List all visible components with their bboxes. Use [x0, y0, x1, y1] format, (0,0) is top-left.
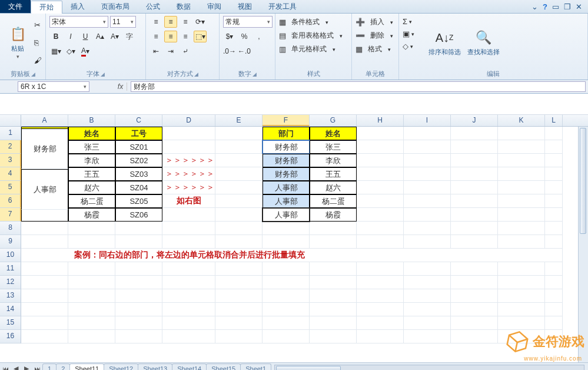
cell-B9[interactable] [68, 235, 115, 249]
cell-L14[interactable] [545, 303, 563, 316]
window-restore-icon[interactable]: ❐ [564, 2, 571, 11]
tab-data[interactable]: 数据 [168, 0, 199, 13]
cell-C6[interactable]: SZ05 [115, 194, 162, 208]
cell-J13[interactable] [451, 289, 498, 303]
cell-B2[interactable]: 张三 [68, 140, 115, 154]
cell-K6[interactable] [498, 194, 545, 208]
cell-E8[interactable] [215, 222, 263, 235]
cell-I15[interactable] [404, 316, 451, 330]
cell-D2[interactable] [162, 140, 215, 154]
increase-decimal-button[interactable]: .0→ [223, 45, 236, 57]
cell-J12[interactable] [451, 276, 498, 289]
cell-J15[interactable] [451, 316, 498, 330]
cell-H5[interactable] [357, 181, 404, 194]
cell-B4[interactable]: 王五 [68, 167, 115, 181]
cell-I12[interactable] [404, 276, 451, 289]
borders-button[interactable]: ▦▾ [49, 45, 62, 57]
cell-K12[interactable] [498, 276, 545, 289]
cell-F15[interactable] [263, 316, 310, 330]
cell-F2[interactable]: 财务部 [263, 140, 310, 154]
cell-C15[interactable] [115, 316, 162, 330]
cell-A2-merged[interactable]: 财务部 [21, 128, 68, 169]
row-header-4[interactable]: 4 [0, 167, 21, 181]
cell-L4[interactable] [545, 167, 563, 181]
cell-E14[interactable] [215, 303, 263, 316]
cell-A5-merged[interactable]: 人事部 [21, 169, 68, 210]
cell-D15[interactable] [162, 316, 215, 330]
cell-styles-button[interactable]: ▥ 单元格样式 ▾ [279, 44, 348, 54]
tab-file[interactable]: 文件 [0, 0, 31, 13]
col-header-J[interactable]: J [451, 115, 498, 126]
tab-review[interactable]: 审阅 [199, 0, 230, 13]
cell-H11[interactable] [357, 262, 404, 276]
cell-C8[interactable] [115, 222, 162, 235]
cell-G15[interactable] [310, 316, 357, 330]
cell-I9[interactable] [404, 235, 451, 249]
format-cells-button[interactable]: ▦ 格式 ▾ [356, 44, 395, 54]
align-middle-button[interactable]: ≡ [164, 16, 177, 28]
cell-C14[interactable] [115, 303, 162, 316]
row-header-11[interactable]: 11 [0, 262, 21, 276]
percent-button[interactable]: % [238, 31, 251, 42]
cell-B7[interactable]: 杨霞 [68, 208, 115, 222]
font-size-combo[interactable]: 11▾ [110, 16, 136, 28]
cell-I5[interactable] [404, 181, 451, 194]
cell-J7[interactable] [451, 208, 498, 222]
cell-A12[interactable] [21, 276, 68, 289]
cell-B6[interactable]: 杨二蛋 [68, 194, 115, 208]
copy-icon[interactable]: ⎘ [34, 38, 42, 47]
cell-G1[interactable]: 姓名 [310, 127, 357, 140]
cell-G7[interactable]: 杨霞 [310, 208, 357, 222]
cell-K13[interactable] [498, 289, 545, 303]
cell-F5[interactable]: 人事部 [263, 181, 310, 194]
cell-D16[interactable] [162, 330, 215, 343]
row-header-3[interactable]: 3 [0, 154, 21, 167]
cell-L7[interactable] [545, 208, 563, 222]
align-bottom-button[interactable]: ≡ [179, 16, 192, 28]
cell-D5[interactable]: ＞＞＞＞＞＞ [162, 181, 215, 194]
cell-C4[interactable]: SZ03 [115, 167, 162, 181]
tab-developer[interactable]: 开发工具 [260, 0, 305, 13]
sheet-tab-more[interactable]: Sheet1 [240, 364, 271, 370]
cell-C11[interactable] [115, 262, 162, 276]
tab-nav-last[interactable]: ⏭ [32, 365, 42, 371]
cell-J5[interactable] [451, 181, 498, 194]
cell-E15[interactable] [215, 316, 263, 330]
row-header-8[interactable]: 8 [0, 222, 21, 235]
cell-H6[interactable] [357, 194, 404, 208]
grow-font-button[interactable]: A▴ [94, 31, 107, 42]
cell-L9[interactable] [545, 235, 563, 249]
cell-H14[interactable] [357, 303, 404, 316]
cell-F1[interactable]: 部门 [263, 127, 310, 140]
cell-K4[interactable] [498, 167, 545, 181]
cell-H9[interactable] [357, 235, 404, 249]
cell-J14[interactable] [451, 303, 498, 316]
cell-I7[interactable] [404, 208, 451, 222]
cell-D8[interactable] [162, 222, 215, 235]
cut-icon[interactable]: ✂ [34, 21, 42, 29]
cell-H16[interactable] [357, 330, 404, 343]
tab-view[interactable]: 视图 [230, 0, 260, 13]
cell-C3[interactable]: SZ02 [115, 154, 162, 167]
tab-page-layout[interactable]: 页面布局 [93, 0, 138, 13]
cell-D6[interactable]: 如右图 [162, 194, 215, 208]
cell-B5[interactable]: 赵六 [68, 181, 115, 194]
cell-B12[interactable] [68, 276, 115, 289]
cell-J3[interactable] [451, 154, 498, 167]
cell-A13[interactable] [21, 289, 68, 303]
indent-left-button[interactable]: ⇤ [150, 45, 162, 57]
cell-D3[interactable]: ＞＞＞＞＞＞ [162, 154, 215, 167]
dialog-launcher-icon[interactable]: ◢ [101, 71, 105, 77]
cell-H1[interactable] [357, 127, 404, 140]
name-box[interactable]: 6R x 1C▾ [18, 81, 89, 92]
cell-I16[interactable] [404, 330, 451, 343]
cell-G13[interactable] [310, 289, 357, 303]
worksheet[interactable]: A B C D E F G H I J K L 1 部门 姓名 工号 部门 姓名 [0, 115, 588, 362]
col-header-K[interactable]: K [498, 115, 545, 126]
cell-L11[interactable] [545, 262, 563, 276]
number-format-combo[interactable]: 常规▾ [223, 16, 273, 28]
wrap-text-button[interactable]: ⤶ [179, 45, 192, 57]
align-left-button[interactable]: ≡ [150, 31, 162, 42]
cell-H4[interactable] [357, 167, 404, 181]
cell-B1[interactable]: 姓名 [68, 127, 115, 140]
